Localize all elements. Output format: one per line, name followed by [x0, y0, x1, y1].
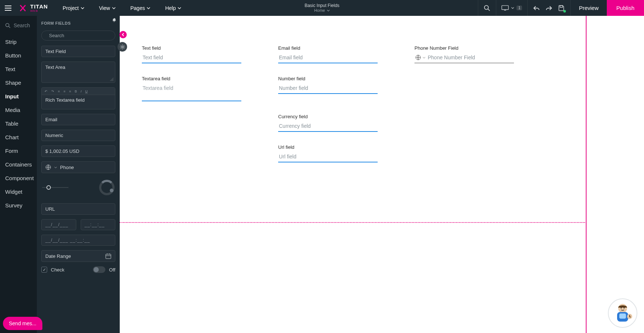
palette-numeric[interactable]: Numeric — [41, 130, 115, 141]
rail-item-button[interactable]: Button — [0, 49, 37, 62]
rail-item-chart[interactable]: Chart — [0, 130, 37, 144]
menu-project-label: Project — [63, 5, 79, 11]
canvas-number-input[interactable]: Number field — [278, 84, 378, 94]
brand-name: TITAN — [30, 4, 48, 9]
redo-button[interactable] — [545, 4, 553, 12]
rail-item-survey[interactable]: Survey — [0, 199, 37, 212]
menu-project[interactable]: Project — [63, 5, 84, 11]
panel-search-input[interactable] — [49, 33, 111, 38]
document-title-block[interactable]: Basic Input Fields Home — [305, 3, 340, 13]
canvas-text-field[interactable]: Text field Text field — [142, 45, 241, 63]
panel-settings-button[interactable] — [118, 42, 127, 52]
svg-point-13 — [621, 308, 622, 309]
menu-view[interactable]: View — [99, 5, 116, 11]
palette-text-field[interactable]: Text Field — [41, 46, 115, 57]
preview-button[interactable]: Preview — [570, 0, 606, 16]
rt-align-center-icon: ≡ — [63, 90, 65, 93]
canvas-text-label: Text field — [142, 45, 241, 51]
left-rail-search[interactable]: Search — [0, 22, 37, 35]
palette-url[interactable]: URL — [41, 203, 115, 215]
svg-rect-1 — [502, 6, 508, 10]
chevron-down-icon — [178, 7, 181, 9]
phone-prefix-selector[interactable] — [415, 55, 426, 60]
rail-item-component[interactable]: Component — [0, 171, 37, 185]
globe-phone-icon — [415, 55, 421, 60]
canvas-number-field[interactable]: Number field Number field — [278, 76, 378, 101]
menu-help[interactable]: Help — [165, 5, 181, 11]
palette-email[interactable]: Email — [41, 114, 115, 125]
menu-help-label: Help — [165, 5, 176, 11]
svg-rect-11 — [619, 313, 626, 319]
panel-search[interactable] — [41, 31, 115, 41]
canvas-email-input[interactable]: Email field — [278, 53, 378, 63]
canvas[interactable]: Text field Text field Email field Email … — [120, 16, 644, 333]
chevron-down-icon — [147, 7, 150, 9]
canvas-phone-input[interactable]: Phone Number Field — [414, 53, 514, 63]
hamburger-menu[interactable] — [0, 6, 16, 11]
search-icon — [5, 23, 11, 28]
canvas-number-label: Number field — [278, 76, 378, 81]
palette-checkbox[interactable]: ✓ — [41, 267, 47, 273]
brand-logo[interactable]: TITAN WEB — [18, 4, 48, 13]
palette-time[interactable]: __:__:__ — [81, 219, 116, 230]
rail-item-containers[interactable]: Containers — [0, 158, 37, 171]
canvas-currency-field[interactable]: Currency field Currency field — [278, 114, 378, 132]
palette-date[interactable]: __/__/___ — [41, 219, 76, 230]
palette-currency[interactable]: $ 1,002.05 USD — [41, 146, 115, 157]
publish-button[interactable]: Publish — [607, 0, 644, 16]
palette-daterange[interactable]: Date Range — [41, 250, 115, 262]
palette-toggle[interactable] — [93, 266, 105, 273]
palette-datetime[interactable]: __/__/___ __:__:__ — [41, 235, 115, 246]
canvas-email-field[interactable]: Email field Email field — [278, 45, 378, 63]
menu-pages-label: Pages — [130, 5, 145, 11]
canvas-phone-label: Phone Number Field — [414, 45, 514, 51]
left-rail-search-label: Search — [14, 22, 30, 28]
rt-underline: U — [85, 90, 88, 93]
send-message-button[interactable]: Send mes... — [3, 317, 42, 330]
rail-item-shape[interactable]: Shape — [0, 76, 37, 90]
canvas-phone-field[interactable]: Phone Number Field Phone Number Field — [414, 45, 514, 63]
palette-dial[interactable] — [99, 180, 115, 195]
canvas-textarea-field[interactable]: Textarea field — [142, 76, 241, 101]
rail-item-strip[interactable]: Strip — [0, 35, 37, 49]
svg-point-0 — [484, 5, 489, 9]
palette-toggle-label: Off — [109, 267, 115, 273]
help-mascot[interactable] — [608, 298, 637, 328]
svg-point-9 — [618, 304, 627, 313]
canvas-currency-input[interactable]: Currency field — [278, 122, 378, 132]
canvas-text-input[interactable]: Text field — [142, 53, 241, 63]
send-message-label: Send mes... — [9, 320, 36, 326]
search-button[interactable] — [483, 4, 491, 12]
rich-toolbar: ↶ ↷ ≡ ≡ ≡ B I U — [42, 88, 115, 95]
save-button[interactable] — [558, 4, 565, 12]
undo-button[interactable] — [533, 4, 540, 12]
rail-item-form[interactable]: Form — [0, 144, 37, 158]
chevron-down-icon — [511, 7, 514, 9]
rail-item-table[interactable]: Table — [0, 117, 37, 130]
rail-item-text[interactable]: Text — [0, 62, 37, 76]
svg-point-3 — [6, 23, 9, 27]
mascot-icon — [610, 300, 636, 326]
desktop-icon — [501, 5, 509, 11]
rt-align-right-icon: ≡ — [69, 90, 71, 93]
pin-panel-button[interactable] — [112, 18, 117, 23]
palette-phone[interactable]: Phone — [41, 161, 115, 173]
canvas-currency-placeholder: Currency field — [279, 123, 311, 129]
canvas-url-input[interactable]: Url field — [278, 152, 378, 162]
menu-pages[interactable]: Pages — [130, 5, 151, 11]
canvas-currency-label: Currency field — [278, 114, 378, 119]
canvas-url-field[interactable]: Url field Url field — [278, 144, 378, 162]
rail-item-input[interactable]: Input — [0, 90, 37, 103]
palette-text-area[interactable]: Text Area — [41, 62, 115, 83]
rail-item-media[interactable]: Media — [0, 103, 37, 117]
slider-thumb[interactable] — [46, 185, 51, 190]
canvas-textarea-input[interactable] — [142, 84, 241, 101]
palette-slider[interactable] — [42, 187, 69, 188]
save-status-dot — [563, 10, 566, 13]
palette-rich-textarea[interactable]: ↶ ↷ ≡ ≡ ≡ B I U Rich Textarea field — [41, 87, 115, 109]
rail-item-widget[interactable]: Widget — [0, 185, 37, 199]
rt-align-left-icon: ≡ — [58, 90, 60, 93]
device-selector[interactable]: 1 — [501, 5, 522, 11]
collapse-panel-button[interactable] — [119, 31, 127, 38]
device-count-badge: 1 — [517, 6, 522, 10]
